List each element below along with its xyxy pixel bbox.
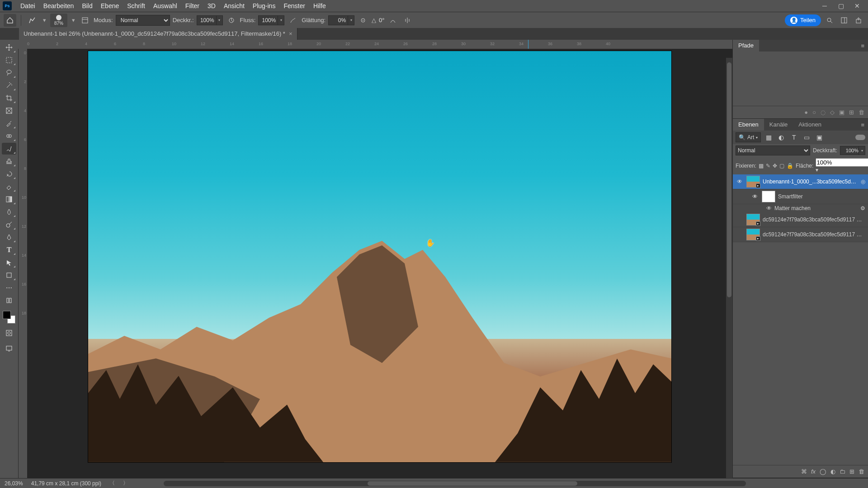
layer-row[interactable]: 👁 ▸ Unbenannt-1_0000_...3bca509fec5d9117… <box>733 174 868 189</box>
add-mask-icon[interactable]: ◯ <box>820 468 826 475</box>
smoothing-chevron-icon[interactable]: ▾ <box>348 15 354 25</box>
more-tools[interactable]: ⋯ <box>2 282 16 294</box>
menu-ansicht[interactable]: Ansicht <box>220 0 249 12</box>
layer-filter-kind[interactable]: 🔍 Art ▾ <box>736 132 761 142</box>
eraser-tool[interactable] <box>2 181 16 192</box>
opacity-pressure-icon[interactable] <box>226 14 237 26</box>
menu-auswahl[interactable]: Auswahl <box>149 0 181 12</box>
menu-datei[interactable]: Datei <box>16 0 39 12</box>
menu-3d[interactable]: 3D <box>203 0 220 12</box>
document-info[interactable]: 41,79 cm x 28,1 cm (300 ppi) <box>31 480 101 487</box>
current-tool-icon[interactable] <box>26 14 38 27</box>
visibility-toggle-icon[interactable]: 👁 <box>766 205 772 211</box>
blur-tool[interactable] <box>2 206 16 218</box>
filter-shape-icon[interactable]: ▭ <box>802 132 811 142</box>
stamp-tool[interactable] <box>2 155 16 167</box>
brush-preset-picker[interactable]: 87% <box>50 14 67 27</box>
tool-preset-chevron-icon[interactable]: ▾ <box>41 17 47 23</box>
foreground-color-swatch[interactable] <box>3 311 11 319</box>
menu-bearbeiten[interactable]: Bearbeiten <box>39 0 78 12</box>
delete-layer-icon[interactable]: 🗑 <box>859 468 864 475</box>
search-icon[interactable] <box>824 14 835 26</box>
menu-plugins[interactable]: Plug-ins <box>249 0 280 12</box>
lasso-tool[interactable] <box>2 67 16 79</box>
vertical-scrollbar[interactable] <box>726 58 732 478</box>
share-button[interactable]: 👤 Teilen <box>785 14 821 26</box>
export-icon[interactable] <box>853 14 864 26</box>
window-maximize-button[interactable]: ▢ <box>833 0 849 12</box>
filter-mask-thumbnail[interactable] <box>762 191 775 202</box>
selection-from-path-icon[interactable]: ◌ <box>821 109 826 116</box>
smartfilter-row[interactable]: 👁 Smartfilter <box>733 189 868 204</box>
adjustment-layer-icon[interactable]: ◐ <box>830 468 835 475</box>
filter-name[interactable]: Matter machen <box>774 205 811 211</box>
filter-pixel-icon[interactable]: ▦ <box>764 132 774 142</box>
menu-fenster[interactable]: Fenster <box>279 0 309 12</box>
move-tool[interactable] <box>2 42 16 53</box>
filter-options-icon[interactable]: ⚙ <box>860 205 865 211</box>
filter-adjust-icon[interactable]: ◐ <box>776 132 786 142</box>
blend-mode-select[interactable]: Normal <box>116 15 170 26</box>
tab-pfade[interactable]: Pfade <box>733 40 759 52</box>
layer-name[interactable]: Unbenannt-1_0000_...3bca509fec5d9117 <box>763 178 858 185</box>
edit-toolbar[interactable] <box>2 295 16 306</box>
zoom-level[interactable]: 26,03% <box>5 480 23 487</box>
fill-path-icon[interactable]: ● <box>804 109 808 116</box>
menu-ebene[interactable]: Ebene <box>97 0 123 12</box>
pen-tool[interactable] <box>2 231 16 243</box>
filter-type-icon[interactable]: T <box>789 132 799 142</box>
symmetry-icon[interactable] <box>401 14 413 26</box>
window-minimize-button[interactable]: ─ <box>816 0 833 12</box>
document-tab[interactable]: Unbenannt-1 bei 26% (Unbenannt-1_0000_dc… <box>19 28 297 40</box>
home-button[interactable] <box>4 14 16 27</box>
opacity-chevron-icon[interactable]: ▾ <box>217 15 223 25</box>
tab-kanaele[interactable]: Kanäle <box>764 119 793 131</box>
dodge-tool[interactable] <box>2 219 16 230</box>
status-chevron-left-icon[interactable]: 〈 <box>109 479 115 487</box>
vertical-ruler[interactable]: 0 2 4 6 8 10 12 14 16 18 <box>18 49 27 478</box>
marquee-tool[interactable] <box>2 54 16 66</box>
frame-tool[interactable] <box>2 105 16 117</box>
lock-position-icon[interactable]: ✥ <box>773 162 777 170</box>
link-layers-icon[interactable]: ⌘ <box>801 468 807 475</box>
menu-bild[interactable]: Bild <box>78 0 96 12</box>
quickmask-button[interactable] <box>2 327 16 339</box>
layer-thumbnail[interactable]: ▸ <box>746 176 760 188</box>
path-from-selection-icon[interactable]: ◇ <box>830 109 835 116</box>
size-pressure-icon[interactable] <box>387 14 399 26</box>
screenmode-button[interactable] <box>2 343 16 354</box>
path-select-tool[interactable] <box>2 257 16 268</box>
lock-all-icon[interactable]: 🔒 <box>787 162 793 170</box>
layer-opacity-input[interactable] <box>840 146 859 155</box>
new-group-icon[interactable]: 🗀 <box>840 468 845 475</box>
menu-filter[interactable]: Filter <box>181 0 203 12</box>
lock-artboard-icon[interactable]: ▢ <box>779 162 784 170</box>
layer-thumbnail[interactable]: ▸ <box>746 214 760 225</box>
layer-row[interactable]: ▸ dc59124e7f79a08c3bca509fec5d9117 Kopie… <box>733 212 868 227</box>
flow-chevron-icon[interactable]: ▾ <box>278 15 284 25</box>
crop-tool[interactable] <box>2 92 16 104</box>
filter-item[interactable]: 👁 Matter machen ⚙ <box>733 204 868 212</box>
window-close-button[interactable]: ✕ <box>849 0 865 12</box>
visibility-toggle-icon[interactable]: 👁 <box>736 178 744 185</box>
type-tool[interactable]: T <box>2 244 16 256</box>
close-tab-icon[interactable]: × <box>289 28 292 40</box>
add-mask-icon[interactable]: ▣ <box>839 109 844 116</box>
layer-name[interactable]: dc59124e7f79a08c3bca509fec5d9117 Kopie 2 <box>763 231 865 238</box>
layers-panel-menu-icon[interactable]: ≡ <box>857 122 868 128</box>
lock-pixels-icon[interactable]: ✎ <box>766 162 770 170</box>
layer-name[interactable]: dc59124e7f79a08c3bca509fec5d9117 Kopie 3 <box>763 216 865 223</box>
horizontal-scrollbar[interactable] <box>164 481 746 486</box>
new-path-icon[interactable]: ⊞ <box>849 109 854 116</box>
panel-menu-icon[interactable]: ≡ <box>857 42 868 49</box>
layer-row[interactable]: ▸ dc59124e7f79a08c3bca509fec5d9117 Kopie… <box>733 227 868 242</box>
heal-tool[interactable] <box>2 130 16 142</box>
brush-chevron-icon[interactable]: ▾ <box>70 17 76 23</box>
tab-aktionen[interactable]: Aktionen <box>793 119 827 131</box>
workspace-icon[interactable] <box>838 14 850 26</box>
visibility-toggle-icon[interactable]: 👁 <box>751 193 759 200</box>
tab-ebenen[interactable]: Ebenen <box>733 119 764 131</box>
menu-schrift[interactable]: Schrift <box>123 0 149 12</box>
brush-panel-toggle-icon[interactable] <box>79 14 91 26</box>
filter-smart-icon[interactable]: ▣ <box>814 132 824 142</box>
